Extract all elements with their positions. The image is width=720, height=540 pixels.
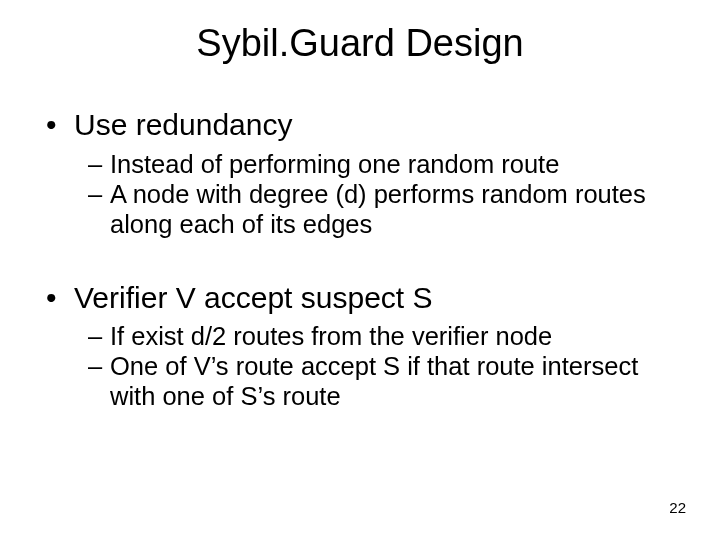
sub-item: – A node with degree (d) performs random… [88, 179, 660, 239]
slide-title: Sybil.Guard Design [0, 22, 720, 65]
bullet-text: Use redundancy [74, 108, 292, 143]
sub-text: A node with degree (d) performs random r… [110, 179, 660, 239]
dash-icon: – [88, 149, 110, 179]
bullet-icon: • [46, 281, 74, 314]
sub-item: – Instead of performing one random route [88, 149, 660, 179]
slide-body: • Use redundancy – Instead of performing… [46, 108, 660, 411]
dash-icon: – [88, 179, 110, 209]
dash-icon: – [88, 351, 110, 381]
bullet-item: • Use redundancy [46, 108, 660, 143]
dash-icon: – [88, 321, 110, 351]
sub-text: One of V’s route accept S if that route … [110, 351, 660, 411]
slide: Sybil.Guard Design • Use redundancy – In… [0, 0, 720, 540]
sub-text: Instead of performing one random route [110, 149, 559, 179]
sub-item: – One of V’s route accept S if that rout… [88, 351, 660, 411]
sub-item: – If exist d/2 routes from the verifier … [88, 321, 660, 351]
page-number: 22 [669, 499, 686, 516]
bullet-item: • Verifier V accept suspect S [46, 281, 660, 316]
bullet-text: Verifier V accept suspect S [74, 281, 433, 316]
sub-text: If exist d/2 routes from the verifier no… [110, 321, 552, 351]
bullet-icon: • [46, 108, 74, 141]
